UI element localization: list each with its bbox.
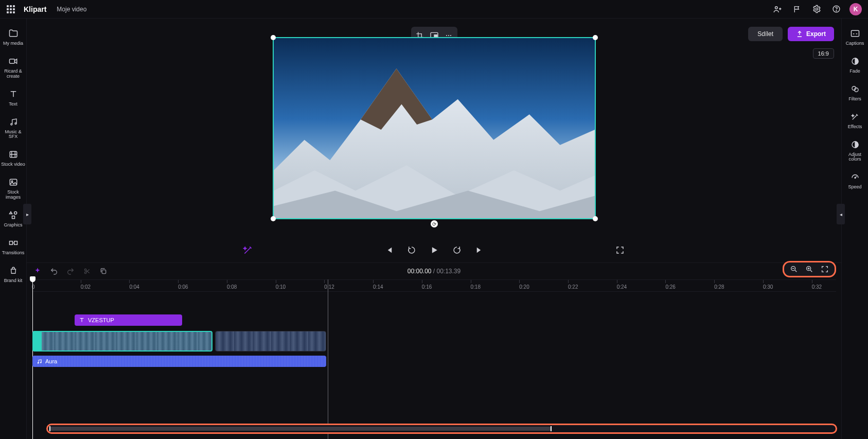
- sidebar-item-graphics[interactable]: Graphics: [0, 205, 26, 233]
- rotate-handle[interactable]: ⟳: [431, 220, 438, 227]
- project-title[interactable]: Moje video: [57, 6, 86, 13]
- resize-handle-tr[interactable]: [593, 35, 598, 40]
- upload-icon: [796, 30, 803, 38]
- timeline-tracks[interactable]: VZESTUP Aura: [32, 292, 836, 439]
- svg-point-1: [816, 8, 818, 10]
- sidebar-label: Captions: [842, 41, 868, 46]
- resize-handle-tl[interactable]: [271, 35, 276, 40]
- svg-rect-4: [9, 59, 14, 63]
- wand-icon: [849, 111, 861, 122]
- sidebar-item-stockvideo[interactable]: Stock video: [0, 145, 26, 172]
- invite-icon[interactable]: [771, 3, 784, 15]
- sidebar-item-stockimages[interactable]: Stock images: [0, 172, 26, 205]
- svg-rect-12: [9, 241, 12, 245]
- zoom-fit-button[interactable]: [820, 265, 829, 274]
- text-clip[interactable]: VZESTUP: [75, 314, 182, 326]
- brand-title: Klipart: [24, 5, 46, 13]
- text-icon: [79, 317, 85, 323]
- svg-point-10: [14, 212, 16, 214]
- aspect-ratio-button[interactable]: 16:9: [813, 48, 834, 59]
- help-icon[interactable]: [830, 3, 842, 15]
- svg-point-26: [40, 362, 41, 363]
- playback-bar: [27, 238, 841, 262]
- audio-clip[interactable]: Aura: [32, 356, 326, 367]
- track-audio: Aura: [32, 356, 836, 369]
- time-readout: 00:00.00 / 00:13.39: [408, 268, 460, 275]
- flag-icon[interactable]: [791, 3, 803, 15]
- export-label: Export: [806, 30, 826, 38]
- redo-button[interactable]: [66, 267, 75, 276]
- sidebar-label: Music & SFX: [0, 130, 26, 140]
- timeline-scrollbar[interactable]: [49, 427, 552, 431]
- export-button[interactable]: Export: [788, 27, 834, 41]
- sidebar-item-music[interactable]: Music & SFX: [0, 112, 26, 145]
- timeline-ruler[interactable]: 00:020:040:060:080:100:120:140:160:180:2…: [32, 279, 836, 292]
- sidebar-label: Effects: [842, 125, 868, 130]
- film-icon: [8, 149, 19, 160]
- ruler-tick: 0:32: [812, 280, 822, 291]
- resize-handle-br[interactable]: [593, 216, 598, 221]
- ruler-tick: 0:06: [178, 280, 188, 291]
- timeline-toolbar: 00:00.00 / 00:13.39: [27, 263, 841, 279]
- sidebar-item-speed[interactable]: Speed: [842, 167, 868, 195]
- timeline-scroll-highlight: [46, 424, 837, 434]
- top-right-controls: Sdílet Export: [748, 27, 834, 41]
- play-button[interactable]: [428, 244, 440, 256]
- split-button[interactable]: [82, 267, 92, 276]
- sidebar-item-transitions[interactable]: Transitions: [0, 233, 26, 261]
- svg-rect-27: [851, 30, 859, 37]
- contrast-icon: [849, 139, 861, 150]
- left-sidebar: My media Ricard & create Text Music & SF…: [0, 19, 27, 439]
- resize-handle-bl[interactable]: [271, 216, 276, 221]
- app-header: Klipart Moje video K: [0, 0, 868, 19]
- zoom-out-button[interactable]: [789, 265, 799, 274]
- ruler-tick: 0:12: [324, 280, 334, 291]
- zoom-in-button[interactable]: [805, 265, 814, 274]
- svg-point-6: [15, 122, 16, 124]
- undo-button[interactable]: [49, 267, 59, 276]
- svg-point-18: [450, 35, 451, 36]
- sidebar-item-text[interactable]: Text: [0, 84, 26, 112]
- sidebar-item-adjust[interactable]: Adjust colors: [842, 135, 868, 168]
- sidebar-item-filters[interactable]: Filters: [842, 79, 868, 107]
- sidebar-item-fade[interactable]: Fade: [842, 51, 868, 79]
- sidebar-item-brandkit[interactable]: Brand kit: [0, 261, 26, 289]
- track-text: VZESTUP: [32, 312, 836, 329]
- sidebar-label: Transitions: [0, 251, 26, 256]
- waveform: [32, 356, 326, 367]
- step-back-button[interactable]: [405, 244, 418, 256]
- step-forward-button[interactable]: [451, 244, 463, 256]
- collapse-right-panel[interactable]: ◂: [837, 204, 845, 224]
- video-clip[interactable]: [215, 331, 326, 352]
- music-icon: [37, 359, 42, 364]
- skip-end-button[interactable]: [473, 244, 486, 256]
- avatar[interactable]: K: [849, 3, 862, 15]
- sidebar-item-my-media[interactable]: My media: [0, 24, 26, 51]
- ruler-tick: 0:28: [714, 280, 724, 291]
- skip-start-button[interactable]: [383, 244, 395, 256]
- sidebar-label: Brand kit: [0, 278, 26, 284]
- svg-point-5: [10, 124, 12, 125]
- ruler-tick: 0:10: [276, 280, 286, 291]
- app-grid-icon[interactable]: [6, 5, 15, 14]
- ai-enhance-button[interactable]: [242, 244, 254, 256]
- preview-canvas[interactable]: ⟳: [273, 37, 596, 219]
- sidebar-label: Ricard & create: [0, 69, 26, 79]
- ruler-tick: 0:02: [81, 280, 91, 291]
- svg-point-3: [836, 11, 837, 11]
- sidebar-item-captions[interactable]: Captions: [842, 24, 868, 51]
- duplicate-button[interactable]: [99, 267, 108, 276]
- share-button[interactable]: Sdílet: [748, 27, 783, 41]
- center-panel: Sdílet Export 16:9: [27, 19, 841, 439]
- ai-timeline-button[interactable]: [33, 267, 42, 276]
- sidebar-item-record[interactable]: Ricard & create: [0, 51, 26, 84]
- sidebar-label: Speed: [842, 185, 868, 190]
- svg-rect-22: [102, 270, 105, 273]
- fullscreen-button[interactable]: [614, 244, 626, 256]
- gear-icon[interactable]: [810, 3, 823, 15]
- track-video: [32, 331, 836, 354]
- video-clip-selected[interactable]: [32, 331, 212, 352]
- ruler-tick: 0:26: [665, 280, 675, 291]
- sidebar-item-effects[interactable]: Effects: [842, 107, 868, 135]
- current-time: 00:00.00: [408, 268, 432, 275]
